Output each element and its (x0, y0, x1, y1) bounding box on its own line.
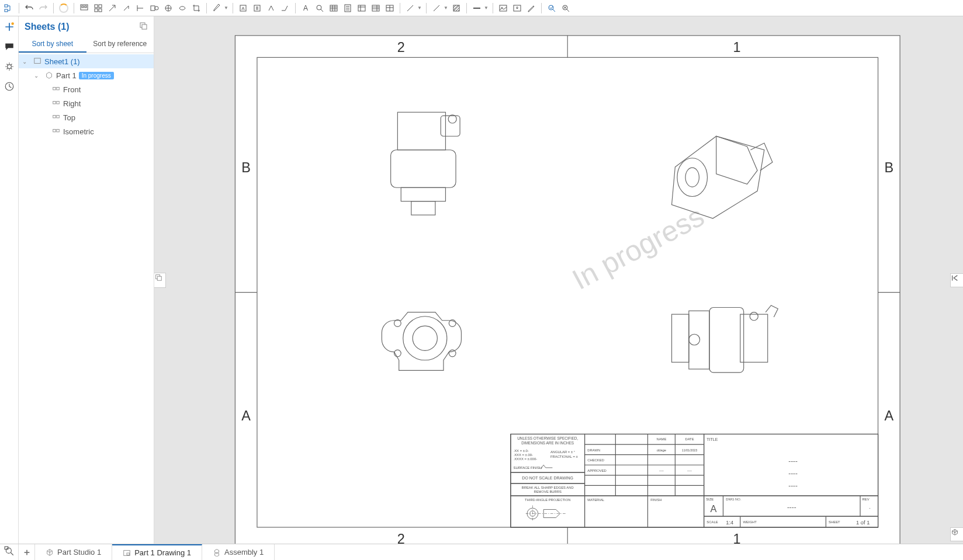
svg-text:ddage: ddage (657, 448, 666, 452)
svg-text:FRACTIONAL = ±: FRACTIONAL = ± (550, 455, 579, 459)
add-tab-button[interactable] (19, 544, 35, 560)
svg-text:UNLESS OTHERWISE SPECIFIED,: UNLESS OTHERWISE SPECIFIED, (517, 436, 578, 440)
tab-assembly[interactable]: Assembly 1 (202, 544, 275, 560)
hole-table-icon[interactable] (355, 2, 368, 15)
svg-text:NAME: NAME (656, 437, 666, 441)
insert-view-icon[interactable] (78, 2, 91, 15)
text-tool-icon[interactable]: A (299, 2, 312, 15)
view-icon (51, 127, 61, 136)
tab-part-studio[interactable]: Part Studio 1 (35, 544, 112, 560)
svg-rect-37 (57, 102, 59, 104)
tree-label: Isometric (63, 127, 94, 136)
revision-table-icon[interactable] (369, 2, 382, 15)
tree-view-right[interactable]: Right (19, 96, 154, 110)
popout-icon[interactable] (138, 21, 148, 33)
line-tool-icon[interactable] (430, 2, 443, 15)
drawing-sheet-svg: 2 1 2 1 B A B A In progress (154, 16, 963, 544)
inspect2-icon[interactable] (559, 2, 572, 15)
tab-label: Part 1 Drawing 1 (134, 548, 191, 557)
versions-icon[interactable] (2, 79, 16, 93)
note-icon[interactable]: A (237, 2, 250, 15)
image-icon[interactable] (497, 2, 510, 15)
svg-text:.XXXX = ±.000-: .XXXX = ±.000- (514, 457, 538, 461)
bom-icon[interactable] (341, 2, 354, 15)
comments-icon[interactable] (2, 40, 16, 54)
undo-button[interactable] (23, 2, 36, 15)
tree-part-row[interactable]: ⌄ Part 1 In progress (19, 68, 154, 82)
svg-text:SHEET: SHEET (829, 520, 840, 524)
crop-view-icon[interactable] (190, 2, 203, 15)
svg-text:----: ---- (787, 503, 796, 510)
chevron-down-icon[interactable]: ⌄ (34, 72, 42, 79)
add-feature-icon[interactable] (2, 20, 16, 34)
search-tabs-icon[interactable] (4, 546, 15, 558)
custom-table-icon[interactable] (383, 2, 396, 15)
tree-view-iso[interactable]: Isometric (19, 124, 154, 138)
svg-text:11/01/2023: 11/01/2023 (682, 448, 697, 452)
dropdown-caret-icon[interactable]: ▼ (417, 5, 422, 11)
svg-text:1 of 1: 1 of 1 (856, 520, 870, 526)
svg-rect-35 (57, 88, 59, 90)
svg-point-29 (7, 65, 11, 69)
svg-text:.XX = ±.0-: .XX = ±.0- (514, 449, 529, 453)
svg-text:1:4: 1:4 (726, 520, 733, 526)
redo-button[interactable] (37, 2, 50, 15)
auxiliary-view-icon[interactable] (120, 2, 133, 15)
break-view-icon[interactable] (162, 2, 175, 15)
svg-text:----: ---- (788, 481, 798, 489)
dropdown-caret-icon[interactable]: ▼ (443, 5, 449, 11)
assembly-icon (213, 548, 221, 556)
svg-rect-20 (372, 5, 379, 11)
sheet-tree: ⌄ Sheet1 (1) ⌄ Part 1 In progress Front … (19, 53, 154, 544)
configurations-icon[interactable] (2, 60, 16, 74)
tree-view-front[interactable]: Front (19, 82, 154, 96)
centerline-icon[interactable] (404, 2, 417, 15)
drawing-canvas[interactable]: 2 1 2 1 B A B A In progress (154, 16, 963, 544)
hatch-icon[interactable] (450, 2, 463, 15)
view-icon (51, 113, 61, 122)
sheet-icon (33, 57, 42, 66)
edit-icon[interactable] (525, 2, 538, 15)
four-view-icon[interactable] (92, 2, 105, 15)
svg-text:ANGULAR = ± °: ANGULAR = ± ° (550, 450, 575, 454)
svg-rect-4 (85, 6, 86, 8)
svg-text:REV: REV (862, 498, 870, 501)
tree-sheet-row[interactable]: ⌄ Sheet1 (1) (19, 54, 154, 68)
balloon-icon[interactable] (313, 2, 326, 15)
svg-rect-19 (358, 5, 365, 11)
tab-sort-sheet[interactable]: Sort by sheet (19, 36, 86, 53)
svg-text:A: A (241, 6, 245, 11)
svg-rect-40 (53, 130, 56, 132)
svg-text:DIMENSIONS ARE IN INCHES: DIMENSIONS ARE IN INCHES (521, 441, 574, 445)
dropdown-caret-icon[interactable]: ▼ (223, 5, 229, 11)
dropdown-caret-icon[interactable]: ▼ (483, 5, 489, 11)
svg-rect-32 (142, 25, 147, 29)
surface-finish-icon[interactable] (265, 2, 278, 15)
svg-rect-34 (53, 88, 56, 90)
zone-label: B (884, 160, 893, 175)
svg-rect-9 (151, 6, 155, 11)
main-toolbar: ▼ A A ▼ ▼ ▼ (0, 0, 963, 16)
inspect-icon[interactable] (545, 2, 558, 15)
tree-label: Part 1 (56, 71, 77, 80)
svg-rect-0 (5, 5, 8, 7)
table-icon[interactable] (327, 2, 340, 15)
svg-text:WEIGHT: WEIGHT (743, 520, 757, 524)
svg-text:DATE: DATE (685, 437, 694, 441)
section-view-icon[interactable] (134, 2, 147, 15)
import-dxf-icon[interactable] (511, 2, 524, 15)
tab-label: Assembly 1 (224, 548, 264, 556)
tab-drawing[interactable]: Part 1 Drawing 1 (112, 544, 202, 560)
line-style-icon[interactable] (470, 2, 483, 15)
sketch-tool-icon[interactable] (210, 2, 223, 15)
feature-tree-icon[interactable] (2, 2, 15, 15)
detail-view-icon[interactable] (148, 2, 161, 15)
svg-rect-39 (57, 116, 59, 118)
chevron-down-icon[interactable]: ⌄ (22, 58, 30, 65)
broken-out-icon[interactable] (176, 2, 189, 15)
callout-icon[interactable] (251, 2, 264, 15)
tab-sort-reference[interactable]: Sort by reference (86, 36, 154, 53)
weld-symbol-icon[interactable] (279, 2, 292, 15)
tree-view-top[interactable]: Top (19, 110, 154, 124)
projected-view-icon[interactable] (106, 2, 119, 15)
